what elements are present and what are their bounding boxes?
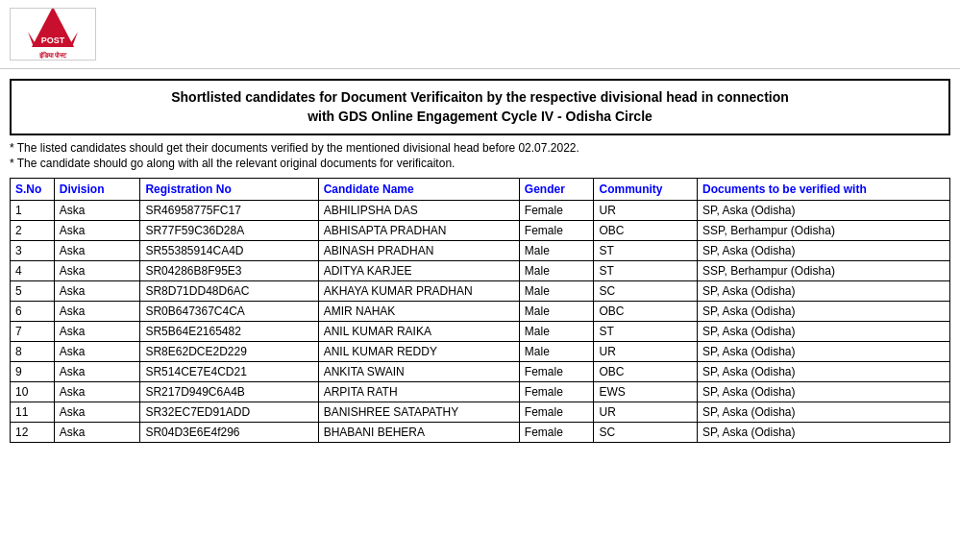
table-row: 10AskaSR217D949C6A4BARPITA RATHFemaleEWS… (11, 382, 950, 402)
cell-sno: 7 (11, 322, 55, 342)
cell-sno: 8 (11, 342, 55, 362)
cell-sno: 12 (11, 423, 55, 443)
cell-division: Aska (54, 402, 140, 423)
note-1: * The listed candidates should get their… (10, 141, 950, 155)
cell-sno: 10 (11, 382, 55, 402)
cell-docs: SP, Aska (Odisha) (698, 241, 950, 261)
logo: POST इंडिया पोस्ट India Post (10, 8, 96, 61)
cell-docs: SP, Aska (Odisha) (698, 342, 950, 362)
cell-division: Aska (54, 302, 140, 322)
cell-sno: 3 (11, 241, 55, 261)
cell-community: SC (594, 423, 698, 443)
cell-name: BANISHREE SATAPATHY (318, 402, 519, 423)
table-row: 4AskaSR04286B8F95E3ADITYA KARJEEMaleSTSS… (11, 261, 950, 281)
cell-reg: SR8D71DD48D6AC (140, 281, 318, 302)
col-reg: Registration No (140, 179, 318, 201)
cell-reg: SR04D3E6E4f296 (140, 423, 318, 443)
table-header-row: S.No Division Registration No Candidate … (11, 179, 950, 201)
cell-community: EWS (594, 382, 698, 402)
cell-reg: SR46958775FC17 (140, 201, 318, 221)
cell-division: Aska (54, 423, 140, 443)
cell-reg: SR55385914CA4D (140, 241, 318, 261)
cell-sno: 6 (11, 302, 55, 322)
cell-division: Aska (54, 281, 140, 302)
cell-name: ABINASH PRADHAN (318, 241, 519, 261)
cell-docs: SP, Aska (Odisha) (698, 423, 950, 443)
india-post-logo-svg: POST (24, 8, 82, 56)
note-2: * The candidate should go along with all… (10, 157, 950, 170)
cell-name: ABHILIPSHA DAS (318, 201, 519, 221)
cell-sno: 5 (11, 281, 55, 302)
table-row: 9AskaSR514CE7E4CD21ANKITA SWAINFemaleOBC… (11, 362, 950, 382)
cell-division: Aska (54, 362, 140, 382)
table-row: 11AskaSR32EC7ED91ADDBANISHREE SATAPATHYF… (11, 402, 950, 423)
notes-section: * The listed candidates should get their… (10, 141, 950, 170)
col-gender: Gender (519, 179, 594, 201)
cell-docs: SP, Aska (Odisha) (698, 362, 950, 382)
cell-name: ANIL KUMAR REDDY (318, 342, 519, 362)
cell-docs: SP, Aska (Odisha) (698, 302, 950, 322)
cell-docs: SP, Aska (Odisha) (698, 201, 950, 221)
cell-sno: 2 (11, 221, 55, 241)
candidates-table: S.No Division Registration No Candidate … (10, 178, 950, 443)
cell-division: Aska (54, 201, 140, 221)
cell-community: OBC (594, 362, 698, 382)
cell-reg: SR8E62DCE2D229 (140, 342, 318, 362)
cell-docs: SP, Aska (Odisha) (698, 382, 950, 402)
cell-sno: 9 (11, 362, 55, 382)
cell-gender: Female (519, 201, 594, 221)
cell-community: ST (594, 322, 698, 342)
cell-community: ST (594, 241, 698, 261)
header-area: POST इंडिया पोस्ट India Post (0, 0, 960, 69)
cell-gender: Male (519, 241, 594, 261)
cell-docs: SP, Aska (Odisha) (698, 281, 950, 302)
cell-name: ARPITA RATH (318, 382, 519, 402)
cell-name: ANIL KUMAR RAIKA (318, 322, 519, 342)
cell-gender: Female (519, 362, 594, 382)
table-row: 12AskaSR04D3E6E4f296BHABANI BEHERAFemale… (11, 423, 950, 443)
cell-division: Aska (54, 241, 140, 261)
cell-docs: SP, Aska (Odisha) (698, 322, 950, 342)
cell-gender: Female (519, 382, 594, 402)
cell-division: Aska (54, 322, 140, 342)
cell-reg: SR5B64E2165482 (140, 322, 318, 342)
cell-docs: SSP, Berhampur (Odisha) (698, 221, 950, 241)
cell-reg: SR0B647367C4CA (140, 302, 318, 322)
cell-community: ST (594, 261, 698, 281)
cell-division: Aska (54, 261, 140, 281)
table-row: 1AskaSR46958775FC17ABHILIPSHA DASFemaleU… (11, 201, 950, 221)
col-division: Division (54, 179, 140, 201)
cell-gender: Male (519, 261, 594, 281)
logo-text: इंडिया पोस्ट (39, 52, 67, 60)
table-row: 6AskaSR0B647367C4CAAMIR NAHAKMaleOBCSP, … (11, 302, 950, 322)
col-sno: S.No (11, 179, 55, 201)
cell-community: OBC (594, 302, 698, 322)
logo-sub: India Post (40, 60, 66, 61)
cell-community: UR (594, 201, 698, 221)
cell-sno: 1 (11, 201, 55, 221)
table-row: 8AskaSR8E62DCE2D229ANIL KUMAR REDDYMaleU… (11, 342, 950, 362)
cell-sno: 11 (11, 402, 55, 423)
table-row: 3AskaSR55385914CA4DABINASH PRADHANMaleST… (11, 241, 950, 261)
cell-docs: SSP, Berhampur (Odisha) (698, 261, 950, 281)
cell-gender: Male (519, 342, 594, 362)
cell-gender: Female (519, 402, 594, 423)
col-name: Candidate Name (318, 179, 519, 201)
cell-name: ANKITA SWAIN (318, 362, 519, 382)
cell-gender: Male (519, 302, 594, 322)
col-docs: Documents to be verified with (698, 179, 950, 201)
cell-docs: SP, Aska (Odisha) (698, 402, 950, 423)
cell-gender: Female (519, 221, 594, 241)
cell-name: AMIR NAHAK (318, 302, 519, 322)
cell-reg: SR32EC7ED91ADD (140, 402, 318, 423)
cell-gender: Male (519, 322, 594, 342)
cell-name: BHABANI BEHERA (318, 423, 519, 443)
cell-name: ABHISAPTA PRADHAN (318, 221, 519, 241)
cell-division: Aska (54, 382, 140, 402)
cell-community: UR (594, 402, 698, 423)
page-title-box: Shortlisted candidates for Document Veri… (10, 79, 950, 135)
page-title: Shortlisted candidates for Document Veri… (23, 88, 937, 126)
cell-division: Aska (54, 221, 140, 241)
cell-reg: SR77F59C36D28A (140, 221, 318, 241)
cell-community: SC (594, 281, 698, 302)
